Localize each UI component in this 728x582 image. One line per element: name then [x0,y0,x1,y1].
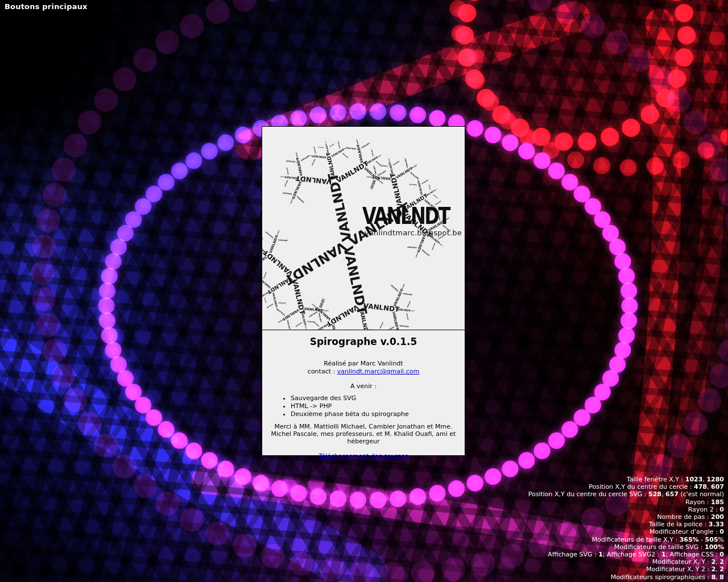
upcoming-heading: A venir : [269,383,458,390]
logo-area: VANLNDT vanlindtmarc.blogspot.be [262,127,465,330]
buttons-panel-title: Boutons principaux [5,2,88,11]
contact-line: contact : vanlindt.marc@gmail.com [269,368,458,375]
about-text-area: Spirographe v.0.1.5 Réalisé par Marc Van… [262,330,465,454]
status-line: Modificateur X, Y : 2, 2 [528,558,724,566]
logo-blog-url: vanlindtmarc.blogspot.be [365,228,462,237]
dialog-title: Spirographe v.0.1.5 [269,336,458,348]
thanks-paragraph: Merci à MM. Mattiolli Michael, Cambier J… [269,423,458,445]
status-readout: Taille fenêtre X,Y : 1023, 1280Position … [528,476,724,581]
about-dialog: VANLNDT vanlindtmarc.blogspot.be Spirogr… [262,126,465,456]
status-line: Modificateur d'angle : 0 [528,528,724,535]
status-line: Affichage SVG : 1; Affichage SVG2 : 1; A… [528,551,724,558]
upcoming-item: HTML -> PHP [291,403,458,410]
status-line: Modificateurs de taille X,Y : 365% - 505… [528,536,724,543]
status-line: Taille de la police : 3.33 [528,521,724,528]
upcoming-item: Sauvegarde des SVG [291,395,458,402]
status-line: Taille fenêtre X,Y : 1023, 1280 [528,476,724,483]
upcoming-item: Deuxième phase béta du spirographe [291,411,458,418]
status-line: Nombre de pas : 200 [528,513,724,521]
status-line: Position X,Y du centre du cercle : 478, … [528,483,724,490]
contact-label: contact : [308,368,337,375]
author-line: Réalisé par Marc Vanlindt [269,360,458,367]
contact-email-link[interactable]: vanlindt.marc@gmail.com [337,368,419,375]
status-line: Position X,Y du centre du cercle SVG : 5… [528,490,724,498]
status-line: Rayon : 185 [528,498,724,506]
spirographe-app: { "header": { "title": "Boutons principa… [0,0,728,582]
status-line: Modificateurs de taille SVG : 100% [528,543,724,551]
status-line: Modificateurs spirographiques : 8, 8 [528,573,724,581]
status-line: Rayon 2 : 0 [528,506,724,513]
upcoming-list: Sauvegarde des SVG HTML -> PHP Deuxième … [269,395,458,418]
status-line: Modificateur X, Y 2 : 2, 2 [528,566,724,573]
download-sources-link[interactable]: Téléchargement des sources [319,452,408,460]
logo-wordmark: VANLNDT [362,203,449,229]
